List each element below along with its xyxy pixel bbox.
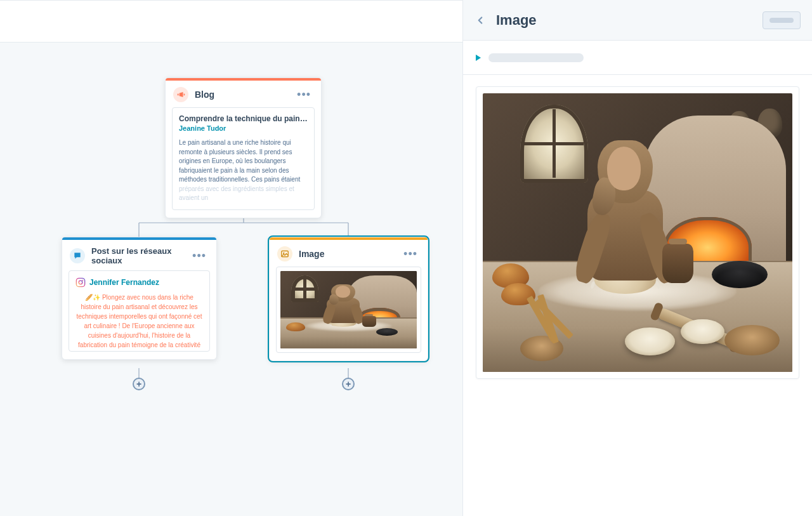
social-author: Jennifer Fernandez xyxy=(89,278,159,287)
image-thumbnail xyxy=(280,271,417,348)
blog-card-body: Le pain artisanal a une riche histoire q… xyxy=(179,138,308,203)
social-icon xyxy=(70,248,85,263)
megaphone-icon xyxy=(173,87,188,102)
add-below-image[interactable]: + xyxy=(342,378,355,390)
svg-rect-6 xyxy=(76,278,84,286)
svg-point-7 xyxy=(79,281,82,284)
node-social-more[interactable]: ••• xyxy=(190,251,209,261)
panel-sub-placeholder xyxy=(488,53,584,62)
panel-title: Image xyxy=(496,12,763,29)
back-button[interactable] xyxy=(475,13,488,27)
panel-image-card[interactable] xyxy=(476,86,799,379)
panel-header: Image xyxy=(463,0,812,41)
social-card[interactable]: Jennifer Fernandez 🥖✨ Plongez avec nous … xyxy=(69,270,210,352)
svg-point-10 xyxy=(283,253,284,254)
node-social-title: Post sur les réseaux sociaux xyxy=(91,246,190,265)
blog-card[interactable]: Comprendre la technique du pain a… Jeani… xyxy=(172,107,315,210)
node-blog-more[interactable]: ••• xyxy=(294,89,313,100)
blog-card-title: Comprendre la technique du pain a… xyxy=(179,114,308,123)
svg-point-8 xyxy=(82,280,84,281)
image-card-thumb[interactable] xyxy=(276,267,421,353)
node-image-more[interactable]: ••• xyxy=(401,249,420,259)
node-image[interactable]: Image ••• xyxy=(269,237,428,361)
node-image-title: Image xyxy=(299,249,401,259)
panel-action-placeholder[interactable] xyxy=(763,11,801,29)
node-social[interactable]: Post sur les réseaux sociaux ••• Jen xyxy=(62,237,217,360)
panel-image-preview xyxy=(483,93,792,372)
side-panel: Image xyxy=(462,0,812,516)
image-icon xyxy=(277,246,292,261)
social-body: 🥖✨ Plongez avec nous dans la riche histo… xyxy=(75,293,203,352)
node-blog-title: Blog xyxy=(195,89,294,100)
add-below-social[interactable]: + xyxy=(133,378,145,390)
canvas[interactable]: Blog ••• Comprendre la technique du pain… xyxy=(0,0,462,516)
panel-subheader[interactable] xyxy=(463,41,812,75)
disclosure-icon xyxy=(476,55,481,61)
instagram-icon xyxy=(75,277,86,288)
blog-card-author: Jeanine Tudor xyxy=(179,124,308,132)
node-blog[interactable]: Blog ••• Comprendre la technique du pain… xyxy=(165,77,322,218)
